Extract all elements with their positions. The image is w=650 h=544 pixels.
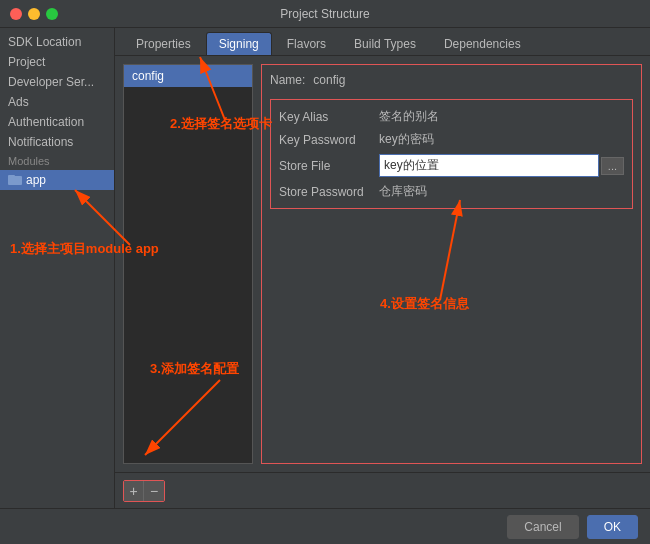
minimize-button[interactable]: [28, 8, 40, 20]
add-config-button[interactable]: +: [124, 481, 144, 501]
name-value: config: [313, 73, 345, 87]
right-panel: Properties Signing Flavors Build Types D…: [115, 28, 650, 508]
form-row-key-password: Key Password key的密码: [279, 131, 624, 148]
config-header: Name: config: [270, 73, 633, 87]
sidebar-item-project[interactable]: Project: [0, 52, 114, 72]
modules-header: Modules: [0, 152, 114, 170]
window-title: Project Structure: [280, 7, 369, 21]
title-bar: Project Structure: [0, 0, 650, 28]
key-password-label: Key Password: [279, 133, 379, 147]
key-password-value: key的密码: [379, 131, 624, 148]
config-list: config: [123, 64, 253, 464]
tab-flavors[interactable]: Flavors: [274, 32, 339, 55]
browse-button[interactable]: ...: [601, 157, 624, 175]
config-form: Key Alias 签名的别名 Key Password key的密码 Stor…: [270, 99, 633, 209]
store-password-label: Store Password: [279, 185, 379, 199]
sidebar-item-sdk-location[interactable]: SDK Location: [0, 32, 114, 52]
store-file-input[interactable]: key的位置: [379, 154, 599, 177]
store-file-label: Store File: [279, 159, 379, 173]
maximize-button[interactable]: [46, 8, 58, 20]
config-list-item[interactable]: config: [124, 65, 252, 87]
sidebar-item-authentication[interactable]: Authentication: [0, 112, 114, 132]
name-label: Name:: [270, 73, 305, 87]
sidebar-item-app[interactable]: app: [0, 170, 114, 190]
form-row-store-file: Store File key的位置 ...: [279, 154, 624, 177]
tab-bar: Properties Signing Flavors Build Types D…: [115, 28, 650, 56]
sidebar-item-notifications[interactable]: Notifications: [0, 132, 114, 152]
main-area: SDK Location Project Developer Ser... Ad…: [0, 28, 650, 508]
remove-config-button[interactable]: −: [144, 481, 164, 501]
form-row-store-password: Store Password 仓库密码: [279, 183, 624, 200]
tab-properties[interactable]: Properties: [123, 32, 204, 55]
content-area: config Name: config Key Alias 签名的别名 Key …: [115, 56, 650, 472]
sidebar: SDK Location Project Developer Ser... Ad…: [0, 28, 115, 508]
key-alias-label: Key Alias: [279, 110, 379, 124]
cancel-button[interactable]: Cancel: [507, 515, 578, 539]
sidebar-item-developer-ser[interactable]: Developer Ser...: [0, 72, 114, 92]
plus-minus-group: + −: [123, 480, 165, 502]
window-controls: [10, 8, 58, 20]
tab-signing[interactable]: Signing: [206, 32, 272, 55]
sidebar-item-ads[interactable]: Ads: [0, 92, 114, 112]
tab-build-types[interactable]: Build Types: [341, 32, 429, 55]
folder-icon: [8, 175, 22, 185]
bottom-area: + −: [115, 472, 650, 508]
ok-button[interactable]: OK: [587, 515, 638, 539]
config-panel: Name: config Key Alias 签名的别名 Key Passwor…: [261, 64, 642, 464]
key-alias-value: 签名的别名: [379, 108, 624, 125]
tab-dependencies[interactable]: Dependencies: [431, 32, 534, 55]
close-button[interactable]: [10, 8, 22, 20]
footer-bar: Cancel OK: [0, 508, 650, 544]
store-password-value: 仓库密码: [379, 183, 624, 200]
form-row-key-alias: Key Alias 签名的别名: [279, 108, 624, 125]
